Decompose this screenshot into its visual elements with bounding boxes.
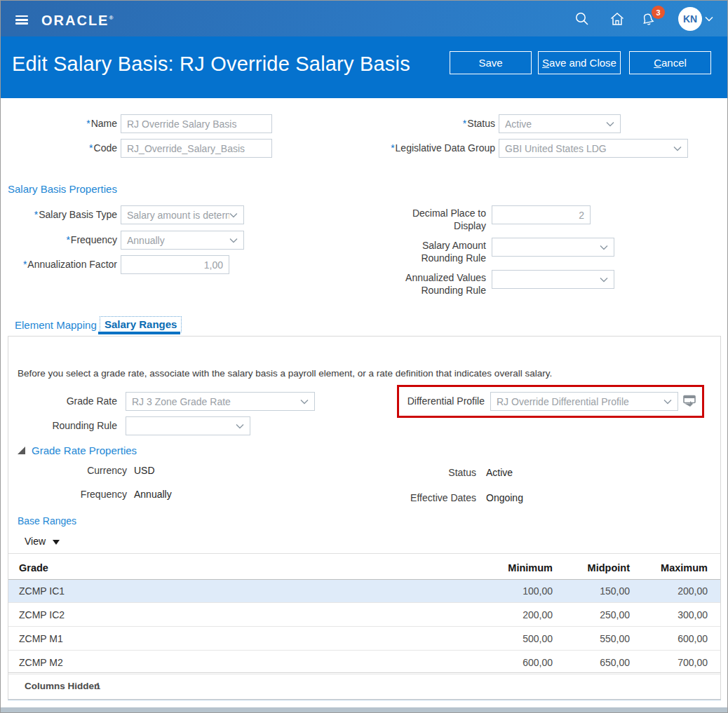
annualized-values-rounding-rule-select[interactable] bbox=[492, 270, 614, 289]
salary-amount-rounding-rule-select[interactable] bbox=[492, 238, 614, 257]
tab-element-mapping[interactable]: Element Mapping bbox=[15, 319, 97, 331]
cancel-button[interactable]: Cancel bbox=[629, 51, 711, 74]
column-header-grade[interactable]: Grade bbox=[19, 557, 48, 579]
chevron-down-icon bbox=[229, 238, 238, 243]
annualized-values-rounding-rule-label: Annualized Values Rounding Rule bbox=[379, 271, 486, 297]
columns-hidden-label: Columns Hidden bbox=[25, 681, 100, 691]
global-topbar: ORACLE® 3 KN bbox=[1, 1, 727, 36]
grade-rate-frequency-label: Frequency bbox=[50, 487, 127, 501]
table-row[interactable]: ZCMP M1 500,00 550,00 600,00 bbox=[8, 627, 720, 651]
bottom-edge-strip bbox=[1, 707, 727, 712]
table-row[interactable]: ZCMP IC1 100,00 150,00 200,00 bbox=[8, 580, 720, 603]
rounding-rule-select[interactable] bbox=[126, 416, 250, 435]
chevron-down-icon bbox=[229, 212, 238, 218]
chevron-down-icon bbox=[236, 423, 244, 429]
base-ranges-heading: Base Ranges bbox=[18, 515, 76, 527]
frequency-label: *Frequency bbox=[15, 231, 117, 250]
columns-hidden-row: Columns Hidden 1 bbox=[8, 672, 720, 700]
salary-basis-properties-heading: Salary Basis Properties bbox=[8, 183, 117, 195]
home-icon[interactable] bbox=[609, 11, 625, 27]
instruction-text: Before you select a grade rate, associat… bbox=[18, 368, 552, 379]
code-label: *Code bbox=[33, 139, 117, 158]
active-tab-underline bbox=[98, 332, 180, 334]
grade-rate-status-value: Active bbox=[486, 466, 513, 480]
status-select[interactable]: Active bbox=[499, 114, 621, 133]
chevron-down-icon bbox=[606, 121, 614, 127]
grade-rate-select[interactable]: RJ 3 Zone Grade Rate bbox=[126, 392, 315, 411]
rounding-rule-label: Rounding Rule bbox=[40, 416, 117, 435]
name-label: *Name bbox=[33, 114, 117, 133]
table-row[interactable]: ZCMP IC2 200,00 250,00 300,00 bbox=[8, 604, 720, 627]
table-row[interactable]: ZCMP M2 600,00 650,00 700,00 bbox=[8, 651, 720, 674]
salary-basis-type-label: *Salary Basis Type bbox=[15, 205, 117, 224]
save-and-close-button[interactable]: Save and Close bbox=[538, 51, 621, 74]
grade-rate-frequency-value: Annually bbox=[134, 487, 172, 501]
avatar[interactable]: KN bbox=[678, 7, 702, 31]
toolbar-separator bbox=[8, 553, 720, 554]
oracle-logo: ORACLE® bbox=[41, 11, 113, 28]
grade-rate-status-label: Status bbox=[399, 466, 476, 480]
name-input[interactable] bbox=[121, 114, 272, 133]
page-header: Edit Salary Basis: RJ Override Salary Ba… bbox=[1, 36, 727, 98]
legislative-data-group-label: *Legislative Data Group bbox=[348, 139, 495, 158]
chevron-down-icon bbox=[600, 245, 608, 250]
menu-dropdown-triangle-icon bbox=[53, 540, 60, 545]
chevron-down-icon bbox=[663, 399, 672, 405]
save-button[interactable]: Save bbox=[450, 51, 532, 74]
annualization-factor-input[interactable] bbox=[121, 255, 229, 274]
registered-mark: ® bbox=[109, 15, 113, 21]
column-header-maximum[interactable]: Maximum bbox=[638, 557, 708, 579]
grade-rate-properties-heading[interactable]: Grade Rate Properties bbox=[32, 444, 137, 456]
collapse-triangle-icon[interactable] bbox=[17, 446, 26, 455]
application-window: ORACLE® 3 KN Edit Salary Basis: RJ Overr… bbox=[0, 0, 728, 713]
salary-basis-type-select[interactable]: Salary amount is detern bbox=[121, 205, 244, 224]
currency-value: USD bbox=[134, 463, 155, 477]
grade-rate-label: Grade Rate bbox=[40, 392, 117, 411]
tab-salary-ranges[interactable]: Salary Ranges bbox=[100, 316, 182, 332]
page-title: Edit Salary Basis: RJ Override Salary Ba… bbox=[12, 53, 410, 76]
salary-amount-rounding-rule-label: Salary Amount Rounding Rule bbox=[379, 239, 486, 264]
chevron-down-icon bbox=[300, 399, 309, 405]
frequency-select[interactable]: Annually bbox=[121, 231, 244, 250]
annualization-factor-label: *Annualization Factor bbox=[15, 255, 117, 274]
chevron-down-icon bbox=[600, 277, 608, 283]
open-detail-icon[interactable] bbox=[682, 395, 696, 407]
menu-icon[interactable] bbox=[15, 15, 28, 25]
notification-count-badge: 3 bbox=[652, 6, 665, 19]
view-menu-button[interactable]: View bbox=[25, 536, 60, 547]
effective-dates-label: Effective Dates bbox=[384, 491, 476, 505]
currency-label: Currency bbox=[50, 463, 127, 477]
decimal-place-to-display-label: Decimal Place to Display bbox=[379, 207, 486, 232]
differential-profile-select[interactable]: RJ Override Differential Profile bbox=[490, 392, 678, 411]
effective-dates-value: Ongoing bbox=[486, 491, 523, 505]
column-header-midpoint[interactable]: Midpoint bbox=[560, 557, 630, 579]
search-icon[interactable] bbox=[574, 11, 590, 27]
decimal-place-input[interactable] bbox=[492, 205, 591, 224]
status-label: *Status bbox=[411, 114, 495, 133]
differential-profile-label: Differential Profile bbox=[406, 392, 485, 411]
column-header-minimum[interactable]: Minimum bbox=[483, 557, 553, 579]
legislative-data-group-select[interactable]: GBI United States LDG bbox=[499, 139, 688, 158]
avatar-chevron-down-icon[interactable] bbox=[705, 16, 713, 22]
columns-hidden-count: 1 bbox=[95, 681, 101, 691]
code-input[interactable] bbox=[121, 139, 272, 158]
chevron-down-icon bbox=[673, 146, 682, 151]
